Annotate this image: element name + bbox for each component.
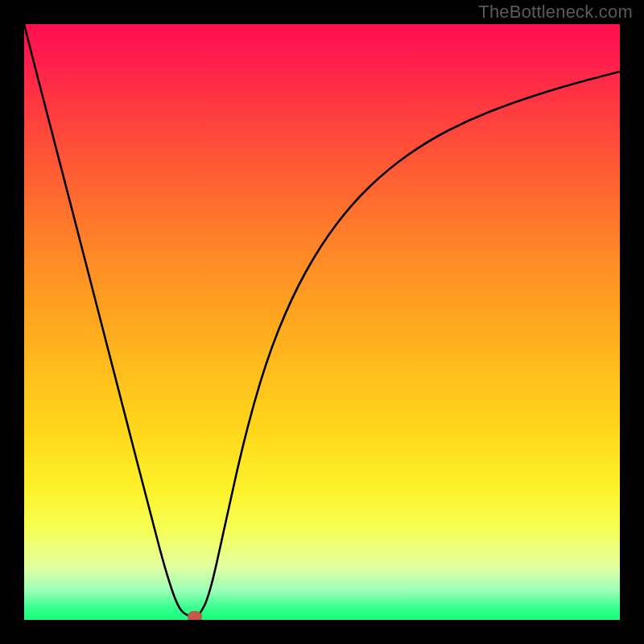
watermark-text: TheBottleneck.com bbox=[478, 2, 633, 23]
plot-area bbox=[24, 24, 620, 620]
optimal-point-marker bbox=[188, 611, 202, 620]
bottleneck-curve bbox=[24, 24, 620, 620]
chart-frame: TheBottleneck.com bbox=[0, 0, 644, 644]
